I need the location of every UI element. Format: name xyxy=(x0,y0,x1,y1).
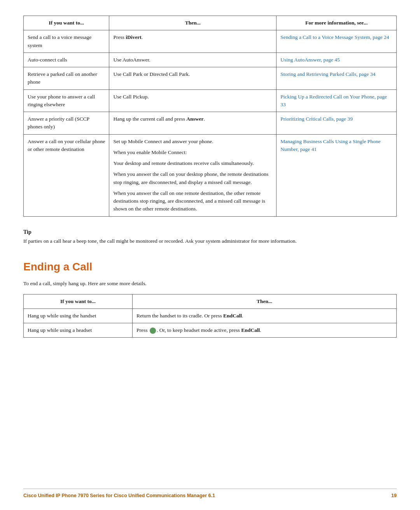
row5-col2: Hang up the current call and press Answe… xyxy=(109,112,276,135)
tip-label: Tip xyxy=(23,229,397,235)
end-row2-col2: Press . Or, to keep headset mode active,… xyxy=(133,323,397,338)
row5-col3: Prioritizing Critical Calls, page 39 xyxy=(276,112,397,135)
tip-section: Tip If parties on a call hear a beep ton… xyxy=(23,229,397,245)
ending-call-table: If you want to... Then... Hang up while … xyxy=(23,294,397,338)
end-table-header-2: Then... xyxy=(133,294,397,308)
table-row: Send a call to a voice message system Pr… xyxy=(24,30,397,53)
table-row: Retrieve a parked call on another phone … xyxy=(24,67,397,90)
row1-col2: Press iDivert. xyxy=(109,30,276,53)
row1-link[interactable]: Sending a Call to a Voice Message System… xyxy=(280,34,389,40)
row2-col3: Using AutoAnswer, page 45 xyxy=(276,53,397,67)
row1-col3: Sending a Call to a Voice Message System… xyxy=(276,30,397,53)
end-row2-col1: Hang up while using a headset xyxy=(24,323,133,338)
row5-col1: Answer a priority call (SCCP phones only… xyxy=(24,112,109,135)
table-row: Answer a call on your cellular phone or … xyxy=(24,134,397,216)
table-row: Use your phone to answer a call ringing … xyxy=(24,89,397,112)
table-row: Answer a priority call (SCCP phones only… xyxy=(24,112,397,135)
main-reference-table: If you want to... Then... For more infor… xyxy=(23,16,397,217)
row3-col1: Retrieve a parked call on another phone xyxy=(24,67,109,90)
section-heading: Ending a Call xyxy=(23,261,397,273)
row3-col3: Storing and Retrieving Parked Calls, pag… xyxy=(276,67,397,90)
footer-page-number: 19 xyxy=(391,493,397,498)
row3-col2: Use Call Park or Directed Call Park. xyxy=(109,67,276,90)
main-table-header-2: Then... xyxy=(109,16,276,30)
row6-link[interactable]: Managing Business Calls Using a Single P… xyxy=(280,138,380,152)
table-row: Hang up while using the handset Return t… xyxy=(24,308,397,323)
row6-col3: Managing Business Calls Using a Single P… xyxy=(276,134,397,216)
row2-col2: Use AutoAnswer. xyxy=(109,53,276,67)
row1-col1: Send a call to a voice message system xyxy=(24,30,109,53)
footer-text: Cisco Unified IP Phone 7970 Series for C… xyxy=(23,493,215,498)
main-table-header-3: For more information, see... xyxy=(276,16,397,30)
row2-link[interactable]: Using AutoAnswer, page 45 xyxy=(280,57,340,63)
end-table-header-1: If you want to... xyxy=(24,294,133,308)
row3-link[interactable]: Storing and Retrieving Parked Calls, pag… xyxy=(280,71,375,77)
row4-col3: Picking Up a Redirected Call on Your Pho… xyxy=(276,89,397,112)
row6-col1: Answer a call on your cellular phone or … xyxy=(24,134,109,216)
row4-col2: Use Call Pickup. xyxy=(109,89,276,112)
row2-col1: Auto-connect calls xyxy=(24,53,109,67)
headset-icon xyxy=(150,328,156,334)
table-row: Hang up while using a headset Press . Or… xyxy=(24,323,397,338)
main-table-header-1: If you want to... xyxy=(24,16,109,30)
row4-col1: Use your phone to answer a call ringing … xyxy=(24,89,109,112)
row5-link[interactable]: Prioritizing Critical Calls, page 39 xyxy=(280,116,353,122)
end-row1-col2: Return the handset to its cradle. Or pre… xyxy=(133,308,397,323)
section-intro: To end a call, simply hang up. Here are … xyxy=(23,279,397,288)
table-row: Auto-connect calls Use AutoAnswer. Using… xyxy=(24,53,397,67)
row4-link[interactable]: Picking Up a Redirected Call on Your Pho… xyxy=(280,94,387,107)
tip-text: If parties on a call hear a beep tone, t… xyxy=(23,237,397,245)
row6-col2: Set up Mobile Connect and answer your ph… xyxy=(109,134,276,216)
end-row1-col1: Hang up while using the handset xyxy=(24,308,133,323)
page-footer: Cisco Unified IP Phone 7970 Series for C… xyxy=(23,489,397,498)
